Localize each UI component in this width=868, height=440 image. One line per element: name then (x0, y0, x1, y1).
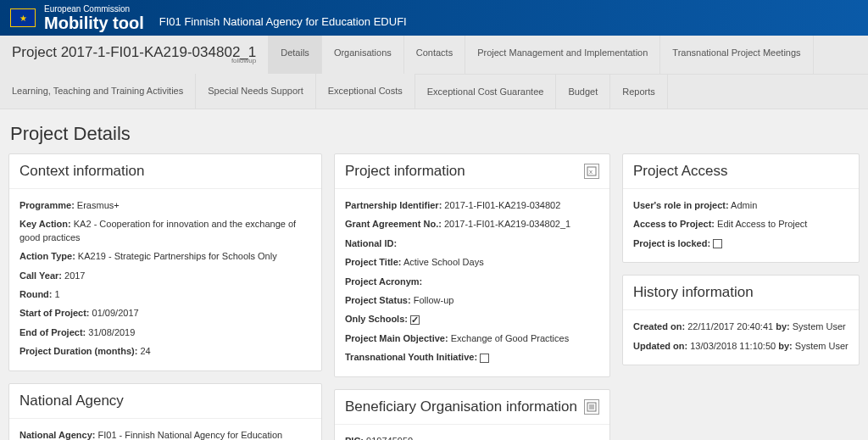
call-year-label: Call Year: (19, 270, 62, 281)
project-status-label: Project Status: (345, 295, 411, 305)
header-small: European Commission (44, 4, 144, 14)
tyi-checkbox (480, 354, 489, 363)
app-brand: Mobility tool (44, 14, 144, 32)
updated-by-value: System User (795, 341, 849, 351)
main-objective-value: Exchange of Good Practices (451, 333, 569, 343)
project-acronym-label: Project Acronym: (345, 276, 422, 287)
role-value: Admin (731, 200, 757, 210)
tab-organisations[interactable]: Organisations (322, 36, 404, 74)
locked-checkbox (713, 239, 722, 248)
only-schools-label: Only Schools: (345, 314, 408, 324)
project-title-label: Project Title: (345, 257, 401, 267)
tab-reports[interactable]: Reports (610, 74, 668, 109)
tab-budget[interactable]: Budget (556, 74, 610, 109)
na-label: National Agency: (19, 430, 95, 440)
end-value: 31/08/2019 (88, 327, 135, 337)
end-label: End of Project: (19, 327, 86, 337)
partnership-id-value: 2017-1-FI01-KA219-034802 (444, 200, 560, 210)
role-label: User's role in project: (633, 200, 729, 210)
tab-details[interactable]: Details (269, 36, 322, 74)
project-code-text: Project 2017-1-FI01-KA219-034802_1 (12, 44, 256, 60)
history-title: History information (633, 284, 754, 301)
main-objective-label: Project Main Objective: (345, 333, 448, 343)
eu-flag-icon (10, 8, 36, 27)
project-code: Project 2017-1-FI01-KA219-034802_1 follo… (0, 36, 269, 74)
programme-value: Erasmus+ (77, 200, 120, 210)
svg-text:x: x (589, 168, 593, 175)
round-value: 1 (55, 289, 60, 299)
details-icon[interactable] (584, 399, 599, 415)
tab-project-management[interactable]: Project Management and Implementation (465, 36, 660, 74)
created-label: Created on: (633, 321, 685, 331)
programme-label: Programme: (19, 200, 75, 210)
na-card-title: National Agency (19, 393, 124, 409)
tab-learning-activities[interactable]: Learning, Teaching and Training Activiti… (0, 74, 196, 109)
call-year-value: 2017 (64, 270, 85, 281)
duration-value: 24 (140, 346, 150, 356)
tyi-label: Transnational Youth Initiative: (345, 352, 477, 362)
grant-agreement-label: Grant Agreement No.: (345, 219, 442, 229)
app-header: European Commission Mobility tool FI01 F… (0, 0, 868, 36)
updated-by-label: by: (778, 341, 793, 351)
beneficiary-title: Beneficiary Organisation information (345, 398, 577, 415)
pic-label: PIC: (345, 436, 364, 440)
header-titles: European Commission Mobility tool (44, 4, 144, 32)
updated-label: Updated on: (633, 341, 687, 351)
partnership-id-label: Partnership Identifier: (345, 200, 442, 210)
project-status-value: Follow-up (414, 295, 454, 305)
round-label: Round: (19, 289, 52, 299)
context-card-title: Context information (19, 163, 144, 180)
action-type-label: Action Type: (19, 251, 75, 261)
context-information-card: Context information Programme: Erasmus+ … (8, 153, 322, 371)
tab-special-needs[interactable]: Special Needs Support (196, 74, 316, 109)
locked-label: Project is locked: (633, 238, 710, 248)
tabs-bar: Project 2017-1-FI01-KA219-034802_1 follo… (0, 36, 868, 109)
national-id-label: National ID: (345, 238, 397, 248)
history-card: History information Created on: 22/11/20… (622, 275, 860, 365)
project-information-card: Project information x Partnership Identi… (334, 153, 610, 377)
only-schools-checkbox (410, 315, 420, 325)
page-title: Project Details (0, 109, 868, 153)
agency-name: FI01 Finnish National Agency for Educati… (159, 15, 407, 28)
updated-value: 13/03/2018 11:10:50 (690, 341, 776, 351)
key-action-label: Key Action: (19, 219, 71, 229)
project-access-card: Project Access User's role in project: A… (622, 153, 860, 263)
tab-transnational-meetings[interactable]: Transnational Project Meetings (660, 36, 813, 74)
pic-value: 919745950 (366, 436, 413, 440)
national-agency-card: National Agency National Agency: FI01 - … (8, 383, 322, 440)
export-icon[interactable]: x (584, 164, 599, 179)
created-by-label: by: (776, 321, 790, 331)
tab-exceptional-costs[interactable]: Exceptional Costs (316, 74, 415, 109)
action-type-value: KA219 - Strategic Partnerships for Schoo… (78, 251, 277, 261)
beneficiary-card: Beneficiary Organisation information PIC… (334, 389, 610, 440)
tab-exceptional-cost-guarantee[interactable]: Exceptional Cost Guarantee (415, 74, 557, 109)
project-title-value: Active School Days (403, 257, 484, 267)
grant-agreement-value: 2017-1-FI01-KA219-034802_1 (444, 219, 570, 229)
duration-label: Project Duration (months): (19, 346, 137, 356)
project-access-title: Project Access (633, 163, 728, 180)
created-by-value: System User (793, 321, 846, 331)
project-info-title: Project information (345, 163, 465, 180)
access-label: Access to Project: (633, 219, 715, 229)
edit-access-link[interactable]: Edit Access to Project (717, 219, 807, 229)
created-value: 22/11/2017 20:40:41 (687, 321, 773, 331)
start-value: 01/09/2017 (92, 308, 139, 318)
start-label: Start of Project: (19, 308, 90, 318)
tab-contacts[interactable]: Contacts (404, 36, 465, 74)
